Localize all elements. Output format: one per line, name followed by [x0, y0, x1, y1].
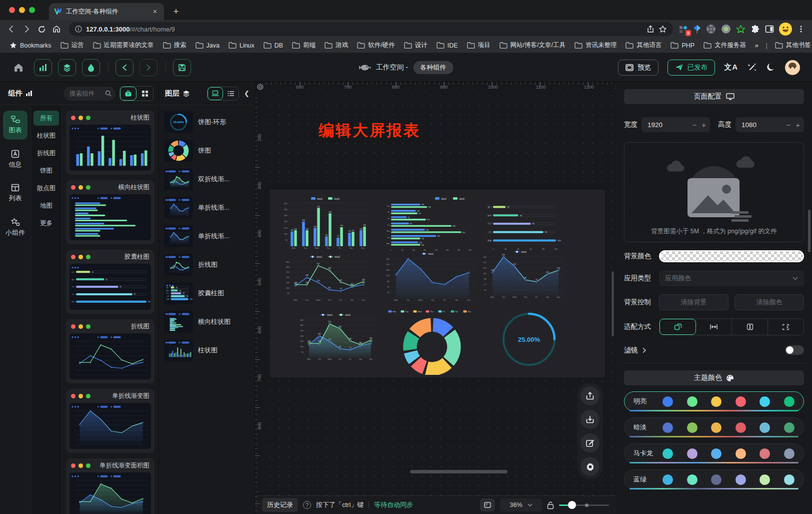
component-card-gradient-area[interactable]: 单折线渐变面积图: [66, 458, 154, 514]
category-more[interactable]: 更多: [34, 216, 59, 231]
extension-dot-icon[interactable]: [721, 24, 731, 34]
reload-button[interactable]: [35, 23, 48, 36]
bookmark-folder[interactable]: 游戏: [321, 40, 352, 51]
bookmarks-manager[interactable]: Bookmarks: [6, 40, 55, 51]
vertical-scrollbar[interactable]: [612, 271, 614, 336]
bookmark-folder[interactable]: Java: [192, 41, 223, 51]
category-map[interactable]: 地图: [34, 198, 59, 213]
clear-color-button[interactable]: 清除颜色: [734, 294, 804, 310]
save-button[interactable]: [173, 59, 191, 76]
layer-list-view-button[interactable]: [223, 87, 238, 100]
panel-scrollbar[interactable]: [808, 210, 810, 252]
zoom-slider-knob[interactable]: [568, 501, 576, 509]
bookmark-folder[interactable]: 文件服务器: [700, 40, 750, 51]
fit-width-button[interactable]: [696, 319, 732, 335]
bookmark-folder[interactable]: 前端: [288, 40, 319, 51]
canvas-chart-dual-area[interactable]: 5010015020025030035012020015080701101301…: [296, 312, 379, 363]
component-card-line[interactable]: 折线图: [66, 319, 154, 383]
console-panel-button[interactable]: [480, 498, 495, 511]
clear-background-button[interactable]: 清除背景: [659, 294, 728, 310]
layer-item[interactable]: 横向柱状图: [164, 311, 250, 333]
extensions-puzzle-icon[interactable]: [750, 25, 760, 34]
bookmark-folder[interactable]: 软件/硬件: [354, 40, 398, 51]
tab-list[interactable]: 列表: [3, 179, 28, 208]
editor-canvas[interactable]: 600 700 800 900 1000 1100 1200 1300 200 …: [255, 82, 616, 514]
tab-charts[interactable]: 图表: [3, 111, 28, 140]
component-card-gradient-line[interactable]: 单折线渐变图: [66, 389, 154, 453]
extension-command-icon[interactable]: [706, 24, 716, 34]
bookmark-star-icon[interactable]: [658, 25, 667, 34]
bg-color-swatch[interactable]: [659, 250, 804, 262]
bookmarks-overflow-button[interactable]: »: [752, 41, 762, 51]
browser-tab[interactable]: 工作空间-各种组件 ×: [49, 3, 164, 20]
layer-item[interactable]: 25.00%饼图-环形: [164, 111, 250, 133]
bookmark-folder[interactable]: 其他语言: [622, 40, 665, 51]
new-tab-button[interactable]: +: [169, 5, 183, 19]
canvas-chart-pie-donut[interactable]: MonTueWedThuFriSatSun: [386, 309, 478, 375]
extension-devtools-icon[interactable]: 9: [679, 25, 688, 34]
undo-button[interactable]: [116, 59, 134, 76]
layer-item[interactable]: 双折线渐...: [164, 168, 250, 190]
canvas-chart-line-single[interactable]: 295786114143171200data1MonTueWedThuFriSa…: [382, 251, 478, 304]
site-info-icon[interactable]: [75, 26, 82, 33]
layer-item[interactable]: 单折线渐...: [164, 197, 250, 219]
profile-emoji-avatar[interactable]: [779, 23, 792, 36]
app-type-select[interactable]: 应用颜色: [659, 270, 804, 286]
layers-panel-toggle-button[interactable]: [58, 59, 76, 76]
category-all[interactable]: 所有: [34, 111, 59, 126]
width-minus-button[interactable]: −: [692, 121, 696, 129]
language-translate-icon[interactable]: 文A: [724, 63, 738, 72]
other-bookmarks-folder[interactable]: 其他书签: [772, 40, 812, 51]
redo-button[interactable]: [140, 59, 158, 76]
detail-panel-toggle-button[interactable]: [82, 59, 100, 76]
tab-widgets[interactable]: 小组件: [3, 213, 28, 242]
canvas-chart-line-dual[interactable]: 5010015020025030035012020015080701101301…: [282, 254, 372, 304]
url-bar[interactable]: 127.0.0.1:3000/#/chart/home/9: [69, 22, 673, 36]
publish-button[interactable]: 已发布: [668, 60, 716, 76]
close-window-button[interactable]: [9, 7, 15, 13]
extension-star-icon[interactable]: [736, 25, 746, 34]
category-scatter[interactable]: 散点图: [34, 181, 59, 196]
width-input[interactable]: [648, 121, 670, 129]
height-minus-button[interactable]: −: [786, 121, 790, 129]
search-input[interactable]: [70, 90, 103, 97]
theme-row-bluegreen[interactable]: 蓝绿: [624, 469, 804, 489]
project-name-pill[interactable]: 各种组件: [413, 61, 453, 74]
canvas-grid[interactable]: 编辑大屏报表 data1data250100150200250300350120…: [265, 91, 616, 495]
layer-item[interactable]: 折线图: [164, 254, 250, 276]
theme-row-dim[interactable]: 暗淡: [624, 417, 804, 437]
tab-info[interactable]: 信息: [3, 145, 28, 174]
magic-wand-icon[interactable]: [747, 63, 757, 73]
share-icon[interactable]: [646, 25, 654, 33]
layer-item[interactable]: 饼图: [164, 140, 250, 162]
bookmark-folder[interactable]: 搜索: [160, 40, 190, 51]
fit-stretch-button[interactable]: [768, 319, 804, 335]
user-avatar[interactable]: [785, 60, 800, 75]
minimize-window-button[interactable]: [19, 7, 25, 13]
canvas-chart-ring-progress[interactable]: 25.00%: [496, 309, 562, 370]
download-button[interactable]: [580, 410, 600, 429]
dashboard-title-text[interactable]: 编辑大屏报表: [318, 120, 420, 141]
chart-panel-toggle-button[interactable]: [34, 59, 52, 76]
component-card-bar[interactable]: 柱状图: [66, 111, 154, 175]
single-view-button[interactable]: [120, 87, 136, 101]
grid-view-button[interactable]: [136, 87, 153, 101]
horizontal-scrollbar[interactable]: [410, 470, 508, 473]
canvas-chart-bar[interactable]: data1data250100150200250300350120130Mon2…: [280, 196, 370, 252]
tab-close-icon[interactable]: ×: [151, 8, 159, 16]
forward-button[interactable]: [20, 23, 33, 36]
theme-row-macaron[interactable]: 马卡龙: [624, 443, 804, 463]
bookmark-folder[interactable]: IDE: [433, 41, 462, 51]
theme-row-bright[interactable]: 明亮: [624, 391, 804, 411]
zoom-select[interactable]: 36%: [500, 498, 542, 511]
app-home-button[interactable]: [12, 61, 25, 74]
home-button[interactable]: [50, 23, 63, 36]
component-card-capsule[interactable]: 胶囊柱图 20厦门40南阳60北京80上海100新疆: [66, 250, 154, 314]
fit-scale-button[interactable]: [660, 319, 696, 335]
maximize-window-button[interactable]: [29, 7, 35, 13]
help-icon[interactable]: ?: [303, 501, 311, 509]
edit-button[interactable]: [580, 433, 600, 452]
history-button[interactable]: 历史记录: [262, 498, 298, 512]
height-plus-button[interactable]: +: [796, 121, 800, 129]
layer-item[interactable]: 柱状图: [164, 339, 250, 361]
